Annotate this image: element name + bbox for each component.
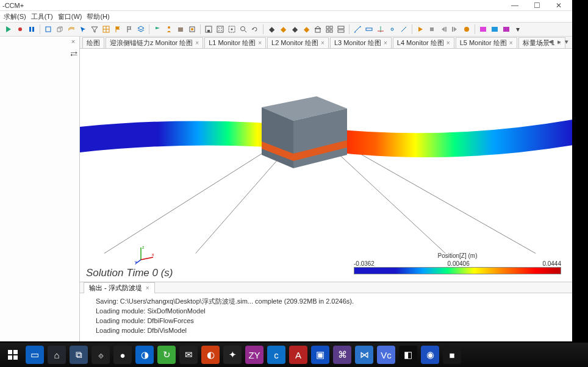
- taskbar-app-icon[interactable]: ⟐: [91, 346, 110, 364]
- taskbar-steam-icon[interactable]: ●: [113, 346, 132, 364]
- scene-tabs-bar: 绘图 迎浪侧锚链力z Monitor 绘图× L1 Monitor 绘图× L2…: [80, 37, 572, 49]
- layers-icon[interactable]: [136, 24, 146, 34]
- taskbar-app-icon[interactable]: ✦: [223, 346, 242, 364]
- taskbar-app-icon[interactable]: ▭: [26, 346, 44, 364]
- zoom-icon[interactable]: [238, 24, 248, 34]
- taskbar-app-icon[interactable]: c: [267, 346, 285, 364]
- taskbar-app-icon[interactable]: Vc: [377, 346, 395, 364]
- arrow-up-icon[interactable]: ◆: [290, 24, 299, 34]
- svg-rect-23: [330, 26, 332, 29]
- output-tab-close-icon[interactable]: ×: [146, 285, 149, 291]
- tab-l5-monitor[interactable]: L5 Monitor 绘图×: [456, 37, 517, 48]
- svg-rect-4: [46, 27, 51, 32]
- box-icon[interactable]: [176, 24, 185, 34]
- record-icon[interactable]: [462, 24, 471, 34]
- output-tab[interactable]: 输出 - 浮式防波堤 ×: [84, 282, 155, 293]
- taskbar-app-icon[interactable]: ⧉: [70, 346, 88, 364]
- scene-pink-icon[interactable]: [478, 24, 488, 34]
- save-icon[interactable]: [204, 24, 213, 34]
- arrow-right-icon[interactable]: ◆: [278, 24, 288, 34]
- tab-close-icon[interactable]: ×: [195, 40, 199, 46]
- play2-icon[interactable]: [415, 24, 425, 34]
- tree-toggle-icon[interactable]: ⮂: [70, 50, 77, 59]
- tab-l3-monitor[interactable]: L3 Monitor 绘图×: [330, 37, 392, 48]
- step-back-icon[interactable]: [439, 24, 448, 34]
- select-icon[interactable]: [78, 24, 88, 34]
- tab-force-monitor[interactable]: 迎浪侧锚链力z Monitor 绘图×: [106, 37, 203, 48]
- axis-icon[interactable]: [376, 24, 385, 34]
- taskbar-app-icon[interactable]: ◐: [201, 346, 220, 364]
- taskbar-app-icon[interactable]: ⌂: [48, 346, 66, 364]
- taskbar-app-icon[interactable]: ZY: [245, 346, 264, 364]
- plane-icon[interactable]: [364, 24, 374, 34]
- measure-icon[interactable]: [353, 24, 362, 34]
- grid2-icon[interactable]: [324, 24, 334, 34]
- dot-icon[interactable]: [15, 24, 25, 34]
- taskbar-app-icon[interactable]: ▣: [311, 346, 329, 364]
- tab-menu-icon[interactable]: ▾: [565, 38, 568, 46]
- maximize-button[interactable]: ☐: [526, 1, 548, 10]
- menu-window[interactable]: 窗口(W): [57, 12, 84, 21]
- scene-blue-icon[interactable]: [490, 24, 500, 34]
- tab-l2-monitor[interactable]: L2 Monitor 绘图×: [267, 37, 329, 48]
- scene-magenta-icon[interactable]: [501, 24, 511, 34]
- left-tree-panel[interactable]: × ⮂: [0, 37, 80, 341]
- filter-icon[interactable]: [90, 24, 99, 34]
- tab-close-icon[interactable]: ×: [446, 40, 450, 46]
- run-icon[interactable]: [4, 24, 13, 34]
- menu-solve[interactable]: 求解(S): [2, 12, 27, 21]
- point-icon[interactable]: [387, 24, 397, 34]
- menu-tools[interactable]: 工具(T): [30, 12, 54, 21]
- taskbar-app-icon[interactable]: ◧: [399, 346, 417, 364]
- taskbar-app-icon[interactable]: ■: [443, 346, 461, 364]
- start-button[interactable]: [4, 346, 22, 364]
- line-icon[interactable]: [399, 24, 409, 34]
- taskbar-app-icon[interactable]: ⌘: [333, 346, 351, 364]
- menu-help[interactable]: 帮助(H): [85, 12, 110, 21]
- brush-icon[interactable]: [187, 24, 197, 34]
- rotate-icon[interactable]: [250, 24, 260, 34]
- tab-close-icon[interactable]: ×: [258, 40, 262, 46]
- grid-icon[interactable]: [101, 24, 111, 34]
- tab-l4-monitor[interactable]: L4 Monitor 绘图×: [393, 37, 454, 48]
- tab-next-icon[interactable]: ▸: [558, 38, 561, 46]
- grid3-icon[interactable]: [336, 24, 346, 34]
- target-icon[interactable]: [227, 24, 237, 34]
- tab-prev-icon[interactable]: ◄: [547, 38, 554, 46]
- tab-close-icon[interactable]: ×: [509, 40, 513, 46]
- svg-rect-9: [178, 27, 183, 32]
- 3d-viewport[interactable]: z x y Position[Z] (m) -0.0362 0.00406 0.…: [80, 49, 572, 282]
- flag-green-icon[interactable]: [152, 24, 162, 34]
- person-icon[interactable]: [164, 24, 174, 34]
- stop2-icon[interactable]: [427, 24, 437, 34]
- svg-line-55: [141, 257, 153, 260]
- pause-icon[interactable]: [27, 24, 37, 34]
- cube-icon[interactable]: [43, 24, 53, 34]
- wire-cube-icon[interactable]: [55, 24, 65, 34]
- taskbar-chrome-icon[interactable]: ✉: [179, 346, 198, 364]
- home-view-icon[interactable]: [313, 24, 323, 34]
- taskbar-app-icon[interactable]: ⋈: [355, 346, 373, 364]
- output-panel: 输出 - 浮式防波堤 × Saving: C:\Users\zhangxq\De…: [80, 282, 572, 341]
- mesh-icon[interactable]: [66, 24, 76, 34]
- tab-l1-monitor[interactable]: L1 Monitor 绘图×: [204, 37, 266, 48]
- fit-icon[interactable]: [215, 24, 225, 34]
- minimize-button[interactable]: —: [504, 1, 526, 10]
- tab-close-icon[interactable]: ×: [384, 40, 387, 46]
- tab-plot[interactable]: 绘图: [82, 37, 104, 48]
- arrow-left-icon[interactable]: ◆: [267, 24, 276, 34]
- taskbar-app-icon[interactable]: ↻: [157, 346, 176, 364]
- dropdown-icon[interactable]: ▾: [513, 24, 523, 34]
- close-button[interactable]: ✕: [548, 1, 570, 10]
- arrow-down-icon[interactable]: ◆: [301, 24, 311, 34]
- taskbar-edge-icon[interactable]: ◑: [135, 346, 154, 364]
- flag1-icon[interactable]: [113, 24, 123, 34]
- panel-close-icon[interactable]: ×: [70, 38, 77, 45]
- taskbar-app-icon[interactable]: ◉: [421, 346, 439, 364]
- tab-close-icon[interactable]: ×: [321, 40, 324, 46]
- output-console[interactable]: Saving: C:\Users\zhangxq\Desktop\浮式防波堤.s…: [80, 293, 572, 341]
- taskbar-adobe-icon[interactable]: A: [289, 346, 307, 364]
- step-fwd-icon[interactable]: [450, 24, 460, 34]
- flag2-icon[interactable]: [124, 24, 134, 34]
- console-line: Loading module: DfbiFlowForces: [96, 316, 556, 326]
